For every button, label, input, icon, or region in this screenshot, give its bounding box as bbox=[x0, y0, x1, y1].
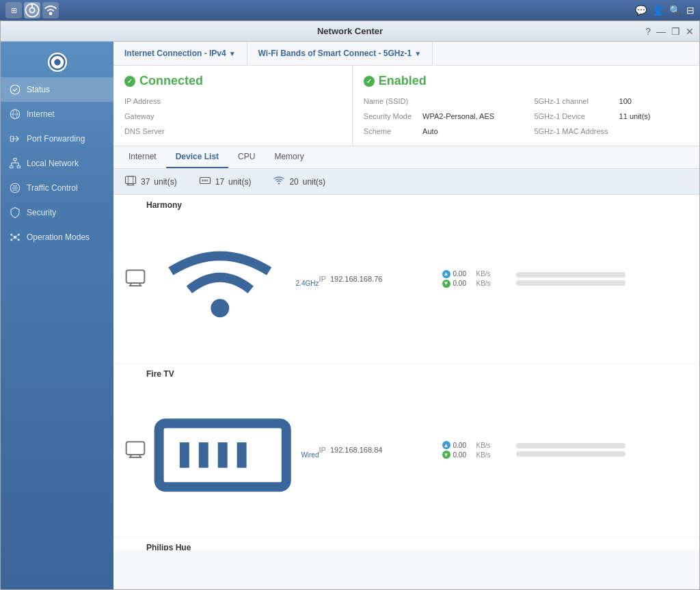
device-ip: 192.168.168.84 bbox=[330, 446, 382, 454]
wifi-bands-header[interactable]: Wi-Fi Bands of Smart Connect - 5GHz-1 ▼ bbox=[247, 42, 433, 65]
wifi-status-dot bbox=[364, 76, 375, 87]
download-arrow-icon: ▼ bbox=[442, 280, 450, 288]
mac-val bbox=[619, 125, 688, 137]
ip-address-val bbox=[176, 95, 341, 107]
notifications-icon[interactable]: 💬 bbox=[635, 5, 647, 16]
svg-rect-12 bbox=[10, 166, 14, 168]
wifi-status-title: Enabled bbox=[364, 74, 688, 88]
tab-memory[interactable]: Memory bbox=[265, 146, 313, 168]
window-title: Network Center bbox=[317, 26, 383, 36]
section-headers: Internet Connection - IPv4 ▼ Wi-Fi Bands… bbox=[113, 42, 699, 66]
device-info: Philips Hue Wired bbox=[146, 543, 319, 550]
device-connection: Wired bbox=[146, 379, 319, 531]
globe-icon bbox=[9, 108, 21, 120]
svg-rect-32 bbox=[128, 176, 133, 184]
sidebar-item-port-forwarding[interactable]: Port Forwarding bbox=[1, 126, 113, 151]
wireless-devices-stat: 20 unit(s) bbox=[273, 174, 347, 189]
app-network-icon[interactable] bbox=[24, 2, 40, 18]
device-name: Philips Hue bbox=[146, 543, 319, 550]
device-ip: 192.168.168.76 bbox=[330, 275, 382, 283]
device-name: Harmony bbox=[146, 200, 319, 210]
device-info: Harmony 2.4GHz bbox=[146, 200, 319, 358]
window: Network Center ? — ❐ ✕ Status bbox=[0, 21, 700, 590]
upload-arrow-icon: ▲ bbox=[442, 441, 450, 449]
wired-devices-stat: 17 unit(s) bbox=[199, 174, 273, 189]
connection-info-grid: IP Address Gateway DNS Server bbox=[124, 95, 341, 137]
device-connection-label: 2.4GHz bbox=[296, 280, 319, 287]
wifi-chevron-icon: ▼ bbox=[414, 50, 421, 57]
svg-rect-42 bbox=[126, 271, 145, 284]
app-switcher: ⊞ bbox=[5, 2, 59, 18]
wifi-status-label: Enabled bbox=[379, 74, 427, 88]
close-button[interactable]: ✕ bbox=[686, 26, 694, 37]
titlebar-left: ⊞ bbox=[5, 2, 59, 18]
device-row[interactable]: Harmony 2.4GHz IP 192.168.168.76 ▲ 0.00 … bbox=[113, 195, 699, 364]
sidebar-local-label: Local Network bbox=[27, 159, 79, 168]
download-speed: 0.00 bbox=[453, 280, 474, 287]
device-speed: ▲ 0.00 KB/s ▼ 0.00 KB/s bbox=[442, 270, 511, 288]
internet-chevron-icon: ▼ bbox=[229, 50, 236, 57]
ip-address-key: IP Address bbox=[124, 95, 165, 107]
sidebar-logo bbox=[1, 47, 113, 77]
shield-icon bbox=[9, 206, 21, 219]
download-unit: KB/s bbox=[476, 280, 491, 287]
device-row[interactable]: Philips Hue Wired IP 192.168.168.75 ▲ 0.… bbox=[113, 537, 699, 550]
device-row[interactable]: Fire TV Wired IP 192.168.168.84 ▲ 0.00 K… bbox=[113, 364, 699, 537]
device-connection: 2.4GHz bbox=[146, 210, 319, 358]
scheme-val: Auto bbox=[422, 125, 517, 137]
security-mode-key: Security Mode bbox=[364, 110, 412, 122]
sidebar-item-traffic-control[interactable]: Traffic Control bbox=[1, 176, 113, 200]
internet-connection-header[interactable]: Internet Connection - IPv4 ▼ bbox=[113, 42, 247, 65]
download-bar bbox=[516, 451, 625, 457]
app-wifi-icon[interactable] bbox=[42, 2, 59, 18]
app-grid-icon[interactable]: ⊞ bbox=[5, 2, 22, 18]
user-icon[interactable]: 👤 bbox=[652, 5, 664, 16]
dns-server-val bbox=[176, 125, 341, 137]
speed-down-row: ▼ 0.00 KB/s bbox=[442, 451, 511, 459]
window-titlebar: Network Center ? — ❐ ✕ bbox=[1, 21, 699, 42]
titlebar: ⊞ 💬 👤 🔍 ⊟ bbox=[0, 0, 700, 21]
svg-point-25 bbox=[18, 234, 20, 236]
windows-icon[interactable]: ⊟ bbox=[686, 5, 695, 16]
total-devices-stat: 37 unit(s) bbox=[124, 174, 199, 189]
maximize-button[interactable]: ❐ bbox=[671, 26, 680, 37]
svg-line-28 bbox=[12, 238, 14, 239]
search-icon[interactable]: 🔍 bbox=[669, 5, 681, 16]
download-speed: 0.00 bbox=[453, 451, 474, 459]
total-devices-icon bbox=[124, 174, 137, 189]
sidebar-item-operation-modes[interactable]: Operation Modes bbox=[1, 225, 113, 250]
speed-up-row: ▲ 0.00 KB/s bbox=[442, 441, 511, 449]
ssid-val bbox=[422, 95, 517, 107]
svg-rect-36 bbox=[200, 178, 210, 184]
svg-rect-47 bbox=[126, 442, 145, 455]
status-icon bbox=[9, 83, 21, 96]
svg-line-29 bbox=[16, 235, 18, 237]
wireless-unit: unit(s) bbox=[303, 177, 325, 187]
sidebar-item-internet[interactable]: Internet bbox=[1, 102, 113, 126]
svg-point-22 bbox=[14, 236, 17, 239]
help-button[interactable]: ? bbox=[645, 26, 651, 37]
svg-point-26 bbox=[18, 239, 20, 241]
svg-point-24 bbox=[10, 239, 12, 241]
device-ip-section: IP 192.168.168.84 bbox=[319, 446, 442, 454]
sidebar-item-local-network[interactable]: Local Network bbox=[1, 151, 113, 176]
svg-point-6 bbox=[10, 85, 20, 94]
channel-val: 100 bbox=[619, 95, 688, 107]
tabs-bar: Internet Device List CPU Memory bbox=[113, 146, 699, 169]
device-connection-label: Wired bbox=[301, 451, 319, 459]
sidebar-item-status[interactable]: Status bbox=[1, 77, 113, 102]
gateway-key: Gateway bbox=[124, 110, 165, 122]
sidebar-item-security[interactable]: Security bbox=[1, 200, 113, 225]
ip-label: IP bbox=[319, 446, 326, 454]
speed-down-row: ▼ 0.00 KB/s bbox=[442, 280, 511, 288]
minimize-button[interactable]: — bbox=[656, 26, 666, 37]
mac-key: 5GHz-1 MAC Address bbox=[534, 125, 608, 137]
ssid-key: Name (SSID) bbox=[364, 95, 412, 107]
tab-device-list[interactable]: Device List bbox=[166, 146, 228, 168]
svg-rect-11 bbox=[14, 159, 17, 161]
logo-icon bbox=[48, 53, 67, 72]
scheme-key: Scheme bbox=[364, 125, 412, 137]
tab-internet[interactable]: Internet bbox=[119, 146, 166, 168]
tab-cpu[interactable]: CPU bbox=[228, 146, 265, 168]
titlebar-right: 💬 👤 🔍 ⊟ bbox=[635, 5, 695, 16]
